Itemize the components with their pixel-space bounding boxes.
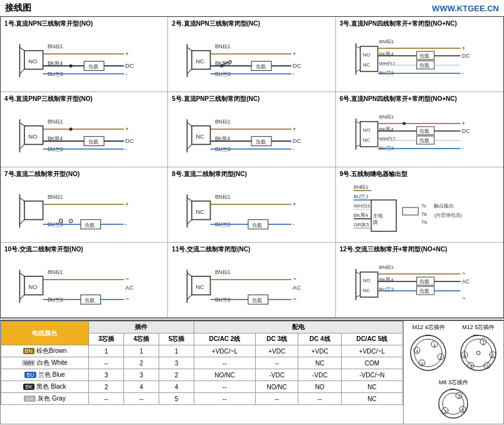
col-plugin-header: 插件 [88, 322, 194, 333]
website-url: WWW.KTGEE.CN [432, 4, 499, 13]
table-cell: -- [255, 393, 298, 405]
connector-top-row: M12 4芯插件 1 2 3 4 M12 [406, 323, 501, 375]
diagram-9-title: 9号.五线制继电器输出型 [340, 170, 500, 179]
table-cell: -- [255, 357, 298, 369]
svg-text:-: - [293, 145, 295, 152]
table-cell: +VDC/~L [341, 345, 402, 357]
svg-text:GR灰5: GR灰5 [354, 222, 369, 228]
m12-5pin-label: M12 5芯插件 [458, 323, 499, 332]
svg-line-65 [19, 144, 24, 149]
svg-text:Ta: Ta [421, 211, 427, 217]
svg-line-172 [19, 295, 24, 299]
svg-text:BU兰2: BU兰2 [354, 194, 369, 199]
svg-text:主电: 主电 [373, 213, 383, 219]
svg-text:NC: NC [362, 137, 370, 143]
svg-rect-152 [402, 207, 418, 215]
table-cell: -VDC/~N [341, 369, 402, 381]
table-cell: NO [298, 381, 341, 393]
svg-line-82 [187, 122, 192, 125]
svg-text:3: 3 [486, 364, 489, 369]
svg-text:NO: NO [362, 127, 370, 133]
m12-5pin-diagram: M12 5芯插件 1 2 3 4 5 [458, 323, 499, 375]
svg-text:BN棕1: BN棕1 [48, 118, 63, 125]
svg-text:NO: NO [28, 58, 37, 65]
svg-text:NO: NO [28, 133, 37, 140]
table-cell: -VDC [255, 369, 298, 381]
wire-color-tag: GA [24, 396, 36, 402]
wire-color-tag: BU [24, 372, 36, 378]
svg-text:+: + [293, 50, 297, 57]
svg-text:DC: DC [293, 62, 302, 69]
svg-text:3: 3 [421, 361, 424, 367]
svg-text:Tb: Tb [421, 219, 428, 225]
svg-text:2: 2 [491, 353, 495, 359]
table-cell: 1 [88, 345, 123, 357]
table-cell: +VDC [255, 345, 298, 357]
svg-line-138 [187, 197, 192, 201]
diagrams-grid: 1号.直流NPN三线制常开型(NO) NO BN棕1 + BK黑4 负载 DC … [0, 17, 504, 318]
table-cell: 3 [123, 369, 159, 381]
diagram-9: 9号.五线制继电器输出型 主电 路 BN棕1 BU兰2 WH白3 BK黑4 GR… [336, 167, 503, 243]
svg-text:NC: NC [196, 283, 205, 290]
svg-point-242 [476, 351, 480, 355]
svg-text:~: ~ [461, 295, 465, 302]
svg-text:-: - [461, 145, 463, 152]
diagram-11-svg: NC BN棕1 ~ BU兰3 负载 AC ~ [172, 256, 331, 313]
m8-3pin-label: M8 3芯插件 [406, 379, 501, 387]
connector-diagrams: M12 4芯插件 1 2 3 4 M12 [403, 321, 503, 424]
svg-text:负载: 负载 [88, 63, 98, 70]
svg-text:DC: DC [461, 128, 470, 134]
diagram-1-svg: NO BN棕1 + BK黑4 负载 DC BU兰3 - [4, 31, 164, 87]
svg-text:+: + [293, 201, 297, 207]
wire-color-name: 棕色Brown [36, 347, 66, 354]
diagram-7-svg: BN棕1 + BU兰3 负载 - [4, 181, 164, 238]
diagram-10-svg: NO BN棕1 ~ BU兰3 负载 AC ~ [4, 256, 164, 313]
svg-text:+: + [461, 45, 465, 51]
page-title: 接线图 [5, 3, 31, 14]
svg-text:NC: NC [362, 288, 370, 293]
wire-table: 电线颜色 插件 配电 3芯插 4芯插 5芯插 DC/AC 2线 DC 3线 DC… [1, 321, 403, 405]
svg-text:负载: 负载 [419, 53, 429, 59]
bottom-section: 电线颜色 插件 配电 3芯插 4芯插 5芯插 DC/AC 2线 DC 3线 DC… [0, 320, 504, 424]
diagram-3: 3号.直流NPN四线制常开+常闭型(NO+NC) NO NC BN棕1 + BK… [336, 17, 503, 92]
table-cell: COM [341, 357, 402, 369]
svg-text:BN棕1: BN棕1 [48, 43, 63, 50]
table-cell: 1 [123, 345, 159, 357]
svg-text:NC: NC [196, 133, 205, 140]
table-row: GA灰色 Gray----5------NC [1, 393, 403, 405]
diagram-11: 11号.交流二线制常闭型(NC) NC BN棕1 ~ BU兰3 负载 AC ~ [168, 243, 335, 318]
svg-text:3: 3 [461, 407, 465, 413]
svg-text:1: 1 [482, 340, 485, 345]
svg-text:NC: NC [196, 208, 205, 215]
svg-text:AC: AC [125, 284, 134, 291]
table-cell: +VDC/~L [194, 345, 255, 357]
svg-text:负载: 负载 [88, 139, 98, 145]
svg-text:1: 1 [433, 342, 436, 348]
svg-text:DC: DC [125, 62, 134, 69]
svg-text:4: 4 [416, 349, 419, 354]
svg-line-3 [19, 47, 24, 50]
plugin-h2: 4芯插 [123, 333, 159, 345]
svg-line-4 [19, 69, 24, 73]
table-cell: 3 [88, 369, 123, 381]
table-cell: +VDC [298, 345, 341, 357]
wire-color-name: 兰色 Blue [38, 371, 65, 378]
diagram-5-title: 5号.直流PNP三线制常闭型(NC) [172, 95, 331, 103]
diagram-4: 4号.直流PNP三线制常开型(NO) NO BN棕1 + BK黑4 负载 DC … [1, 92, 168, 167]
wire-color-tag: BN [23, 348, 35, 354]
svg-text:4: 4 [470, 364, 473, 369]
table-cell: -- [88, 357, 123, 369]
table-cell: 1 [159, 345, 194, 357]
svg-text:BN棕1: BN棕1 [215, 43, 231, 50]
svg-text:2: 2 [444, 409, 447, 414]
svg-text:负载: 负载 [253, 297, 263, 303]
svg-text:BK黑4: BK黑4 [354, 212, 369, 218]
table-cell: NC [341, 393, 402, 405]
diagram-10-title: 10号.交流二线制常开型(NO) [4, 245, 164, 254]
wire-color-name: 灰色 Gray [38, 395, 65, 402]
diagram-6-title: 6号.直流NPN四线制常开+常闭型(NO+NC) [340, 95, 500, 103]
m12-5pin-svg: 1 2 3 4 5 [458, 333, 499, 374]
wire-color-tag: BK [23, 384, 34, 390]
table-cell: 4 [159, 381, 194, 393]
svg-line-171 [19, 273, 24, 276]
